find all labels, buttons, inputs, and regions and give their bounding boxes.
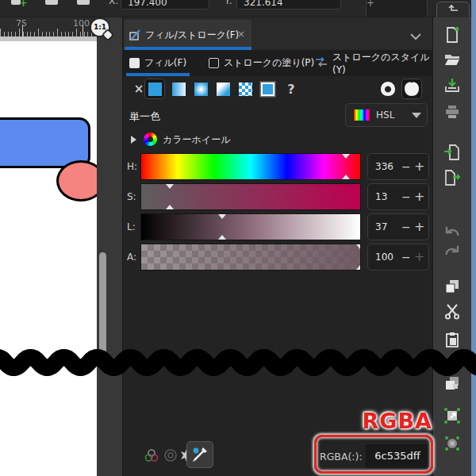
duplicate-icon[interactable]	[443, 374, 461, 392]
clone-icon[interactable]	[443, 407, 461, 424]
channel-a-spinbox[interactable]: 100 − +	[367, 244, 429, 271]
rgba-hex-input[interactable]: 6c535dff	[366, 444, 429, 468]
fill-rule-even-odd-button[interactable]	[378, 79, 397, 98]
inkscape-window: + X: 197.400+ Y: 321.614 75 100 1:1	[0, 0, 476, 476]
color-space-value: HSL	[376, 109, 394, 121]
window-edge-accent	[471, 0, 476, 476]
ruler-label-100: 100	[73, 18, 90, 29]
cms-circle-icon[interactable]	[163, 447, 178, 463]
rgba-label: RGBA(:):	[320, 451, 363, 463]
stroke-paint-icon	[209, 58, 219, 68]
fill-stroke-icon	[129, 29, 142, 41]
y-coordinate-label: Y:	[225, 0, 232, 6]
new-document-icon[interactable]	[443, 26, 461, 44]
tab-stroke-style[interactable]: ストロークのスタイル(Y)	[315, 50, 432, 76]
canvas-gutter	[97, 17, 122, 476]
unlink-clone-icon[interactable]	[443, 435, 461, 452]
x-coordinate-input[interactable]: 197.400+	[121, 0, 209, 10]
channel-h-spinbox[interactable]: 336 − +	[367, 153, 429, 180]
color-wheel-icon	[144, 132, 157, 146]
linear-gradient-button[interactable]	[169, 79, 188, 98]
channel-s-slider[interactable]	[140, 183, 361, 210]
horizontal-ruler[interactable]: 75 100	[0, 17, 97, 36]
color-space-dropdown[interactable]: HSL	[345, 103, 428, 127]
color-wheel-label[interactable]: カラーホイール	[163, 133, 230, 147]
export-icon[interactable]	[443, 169, 461, 186]
cut-icon[interactable]	[443, 302, 461, 320]
increment-button[interactable]: +	[414, 159, 424, 174]
unknown-paint-button[interactable]: ?	[282, 79, 301, 98]
redo-icon[interactable]	[443, 242, 461, 259]
paint-mode-title: 単一色	[129, 109, 160, 124]
zoom-cursor-badge: 1:1	[91, 19, 109, 36]
print-icon[interactable]	[443, 103, 461, 121]
decrement-button[interactable]: −	[401, 190, 411, 203]
vertical-scrollbar[interactable]	[99, 252, 106, 363]
spinner-plus-icon[interactable]: +	[366, 0, 428, 17]
rainbow-icon	[354, 109, 370, 121]
channel-a-label: A:	[127, 251, 136, 263]
y-coordinate-input[interactable]: 321.614	[236, 0, 341, 10]
import-icon[interactable]	[443, 144, 461, 161]
channel-h-slider[interactable]	[140, 153, 361, 180]
increment-button[interactable]: +	[414, 189, 424, 204]
stroke-style-icon	[315, 57, 328, 69]
toolbar-icon[interactable]	[45, 0, 58, 5]
chevron-down-icon[interactable]	[410, 29, 421, 44]
channel-s-spinbox[interactable]: 13 − +	[367, 183, 429, 210]
channel-l-label: L:	[127, 221, 136, 232]
copy-icon[interactable]	[443, 278, 461, 295]
pattern-button[interactable]	[236, 79, 255, 98]
open-folder-icon[interactable]	[443, 51, 461, 68]
expander-triangle-icon[interactable]	[131, 136, 136, 144]
save-icon[interactable]	[443, 77, 461, 94]
x-coordinate-label: X:	[109, 0, 118, 6]
channel-l-spinbox[interactable]: 37 − +	[367, 213, 429, 240]
swatch-button[interactable]	[258, 79, 277, 98]
fill-chip-icon	[129, 58, 140, 68]
channel-s-label: S:	[127, 191, 136, 202]
toolbar-plus-icon: +	[19, 0, 28, 9]
color-picker-button[interactable]	[186, 441, 213, 468]
decrement-button[interactable]: −	[401, 160, 411, 173]
radial-gradient-button[interactable]	[191, 79, 210, 98]
ruler-label-75: 75	[16, 18, 27, 29]
canvas[interactable]	[0, 41, 97, 476]
pink-ellipse-shape[interactable]	[56, 160, 97, 202]
channel-h-label: H:	[127, 161, 137, 172]
paste-icon[interactable]	[443, 331, 461, 348]
commands-sidebar	[433, 17, 471, 476]
fill-type-buttons: × ?	[123, 76, 432, 103]
tab-fill[interactable]: フィル(F)	[129, 50, 186, 76]
decrement-button[interactable]: −	[401, 251, 411, 263]
dialog-title: フィル/ストローク(F)	[145, 29, 239, 42]
tab-stroke-paint[interactable]: ストロークの塗り(P)	[209, 50, 314, 76]
close-icon[interactable]: ×	[237, 29, 245, 40]
fill-stroke-dialog: フィル/ストローク(F) × フィル(F) ストロークの塗り(P) スト	[122, 17, 433, 476]
rgb-circles-icon[interactable]	[144, 447, 159, 463]
mesh-gradient-button[interactable]	[213, 79, 232, 98]
decrement-button[interactable]: −	[401, 221, 411, 233]
tool-controls-bar: + X: 197.400+ Y: 321.614	[0, 0, 476, 17]
rgba-annotation-text: RGBA	[363, 409, 432, 433]
fill-rule-nonzero-button[interactable]	[402, 79, 421, 98]
dropdown-arrow-icon	[412, 113, 421, 118]
fill-stroke-dialog-tab[interactable]: フィル/ストローク(F) ×	[125, 20, 251, 50]
increment-button[interactable]: +	[414, 249, 424, 264]
flat-color-button[interactable]	[145, 79, 164, 98]
toolbar-icon[interactable]	[77, 0, 90, 5]
channel-a-slider[interactable]	[140, 244, 361, 271]
fill-stroke-tabs: フィル(F) ストロークの塗り(P) ストロークのスタイル(Y)	[123, 50, 432, 76]
increment-button[interactable]: +	[414, 219, 424, 234]
dialog-tab-bar: フィル/ストローク(F) ×	[123, 17, 432, 50]
undo-icon[interactable]	[443, 223, 461, 240]
channel-l-slider[interactable]	[140, 213, 361, 240]
